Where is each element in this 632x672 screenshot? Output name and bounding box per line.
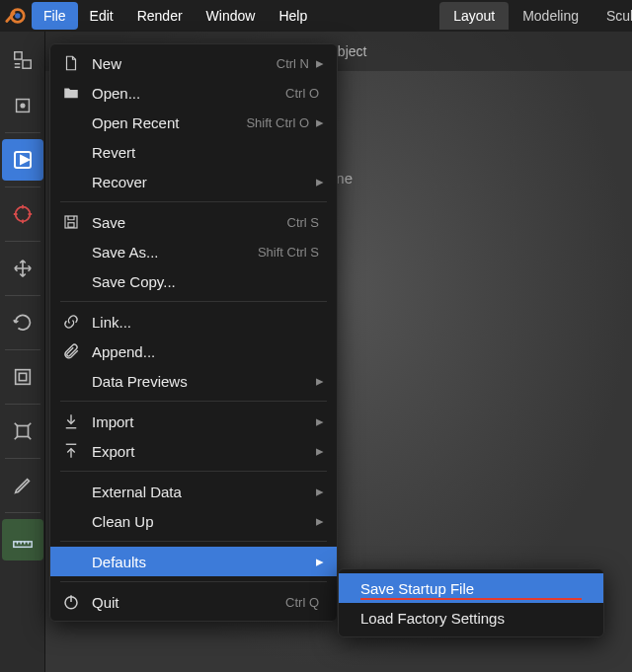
defaults-item-save-startup-file[interactable]: Save Startup File xyxy=(339,573,603,603)
file-menu-item-clean-up[interactable]: Clean Up▸ xyxy=(50,506,337,536)
file-menu-item-save-copy[interactable]: Save Copy... xyxy=(50,266,337,296)
svg-rect-8 xyxy=(15,370,30,385)
menu-item-shortcut: Shift Ctrl S xyxy=(258,245,319,260)
tool-target-icon[interactable] xyxy=(2,193,43,235)
defaults-item-load-factory-settings[interactable]: Load Factory Settings xyxy=(339,603,603,633)
left-toolbar xyxy=(0,32,45,672)
tab-sculpting[interactable]: Scul xyxy=(592,2,632,30)
file-menu-item-link[interactable]: Link... xyxy=(50,307,337,336)
menu-item-label: Append... xyxy=(92,343,325,360)
chevron-right-icon: ▸ xyxy=(315,113,325,131)
svg-point-5 xyxy=(21,104,25,108)
tool-select-icon[interactable] xyxy=(2,85,43,126)
link-icon xyxy=(60,311,82,333)
blender-logo-icon xyxy=(0,0,32,32)
menu-file[interactable]: File xyxy=(32,2,78,30)
svg-rect-9 xyxy=(19,373,26,380)
tool-rotate-icon[interactable] xyxy=(2,302,43,343)
menu-item-label: Save xyxy=(92,214,287,231)
chevron-right-icon: ▸ xyxy=(315,512,325,530)
menu-item-label: Data Previews xyxy=(92,373,315,390)
chevron-right-icon: ▸ xyxy=(315,54,325,72)
file-menu-item-export[interactable]: Export▸ xyxy=(50,436,337,466)
tool-snap-icon[interactable] xyxy=(2,39,43,81)
file-menu-item-recover[interactable]: Recover▸ xyxy=(50,167,337,196)
defaults-submenu: Save Startup FileLoad Factory Settings xyxy=(338,568,604,637)
import-icon xyxy=(60,411,82,432)
chevron-right-icon: ▸ xyxy=(315,412,325,430)
menu-render[interactable]: Render xyxy=(125,2,195,30)
chevron-right-icon: ▸ xyxy=(315,173,325,190)
svg-rect-12 xyxy=(65,216,77,228)
tab-layout[interactable]: Layout xyxy=(439,2,509,30)
menu-item-label: Save Startup File xyxy=(360,580,592,597)
menu-item-label: External Data xyxy=(92,484,315,500)
power-icon xyxy=(60,591,82,613)
menu-edit[interactable]: Edit xyxy=(78,2,125,30)
file-menu-item-defaults[interactable]: Defaults▸ xyxy=(50,547,337,576)
chevron-right-icon: ▸ xyxy=(315,483,325,500)
menu-item-label: Recover xyxy=(92,174,315,190)
tool-scale-icon[interactable] xyxy=(2,356,43,398)
file-icon xyxy=(60,52,82,74)
attach-icon xyxy=(60,340,82,362)
menu-help[interactable]: Help xyxy=(267,2,319,30)
chevron-right-icon: ▸ xyxy=(315,553,325,570)
file-menu-item-save-as[interactable]: Save As...Shift Ctrl S xyxy=(50,237,337,266)
menu-window[interactable]: Window xyxy=(195,2,268,30)
save-icon xyxy=(60,211,82,233)
topbar: File Edit Render Window Help Layout Mode… xyxy=(0,0,632,32)
svg-rect-3 xyxy=(23,60,31,68)
file-menu-item-open[interactable]: Open...Ctrl O xyxy=(50,78,337,108)
menu-item-label: Load Factory Settings xyxy=(360,610,592,627)
menu-item-label: Link... xyxy=(92,314,325,331)
menu-item-label: Open... xyxy=(92,85,285,102)
menu-item-shortcut: Ctrl N xyxy=(276,56,309,71)
menu-item-label: Quit xyxy=(92,594,285,611)
tab-modeling[interactable]: Modeling xyxy=(509,2,592,30)
tool-transform-icon[interactable] xyxy=(2,411,43,452)
tool-measure-icon[interactable] xyxy=(2,519,43,560)
export-icon xyxy=(60,440,82,462)
menu-item-shortcut: Ctrl S xyxy=(287,215,320,230)
menu-item-label: Save As... xyxy=(92,244,258,261)
file-menu-item-open-recent[interactable]: Open RecentShift Ctrl O▸ xyxy=(50,108,337,137)
folder-icon xyxy=(60,82,82,104)
file-menu-item-quit[interactable]: QuitCtrl Q xyxy=(50,587,337,617)
menu-item-label: Open Recent xyxy=(92,114,246,131)
menu-item-label: Defaults xyxy=(92,554,315,570)
workspace-tabs: Layout Modeling Scul xyxy=(439,2,632,30)
menu-item-label: Export xyxy=(92,443,315,460)
menu-item-label: Revert xyxy=(92,144,325,161)
file-menu-item-append[interactable]: Append... xyxy=(50,336,337,366)
menu-item-shortcut: Ctrl Q xyxy=(285,595,319,610)
tool-cursor-icon[interactable] xyxy=(2,139,43,181)
menu-item-label: Clean Up xyxy=(92,513,315,530)
tool-move-icon[interactable] xyxy=(2,248,43,289)
file-menu-item-save[interactable]: SaveCtrl S xyxy=(50,207,337,237)
svg-rect-13 xyxy=(68,223,74,228)
svg-rect-2 xyxy=(14,52,21,59)
menu-item-label: Import xyxy=(92,413,315,430)
svg-rect-10 xyxy=(17,426,28,437)
file-dropdown-menu: NewCtrl N▸Open...Ctrl OOpen RecentShift … xyxy=(49,43,338,622)
menu-item-shortcut: Ctrl O xyxy=(285,86,319,101)
menu-item-label: Save Copy... xyxy=(92,273,325,290)
svg-rect-11 xyxy=(13,542,31,548)
menu-item-label: New xyxy=(92,55,276,72)
file-menu-item-new[interactable]: NewCtrl N▸ xyxy=(50,48,337,78)
chevron-right-icon: ▸ xyxy=(315,372,325,390)
file-menu-item-data-previews[interactable]: Data Previews▸ xyxy=(50,366,337,396)
file-menu-item-external-data[interactable]: External Data▸ xyxy=(50,477,337,506)
menu-item-shortcut: Shift Ctrl O xyxy=(246,115,309,130)
file-menu-item-import[interactable]: Import▸ xyxy=(50,407,337,436)
file-menu-item-revert[interactable]: Revert xyxy=(50,137,337,167)
svg-point-7 xyxy=(15,207,30,222)
chevron-right-icon: ▸ xyxy=(315,442,325,460)
tool-annotate-icon[interactable] xyxy=(2,465,43,506)
svg-point-1 xyxy=(15,13,20,19)
